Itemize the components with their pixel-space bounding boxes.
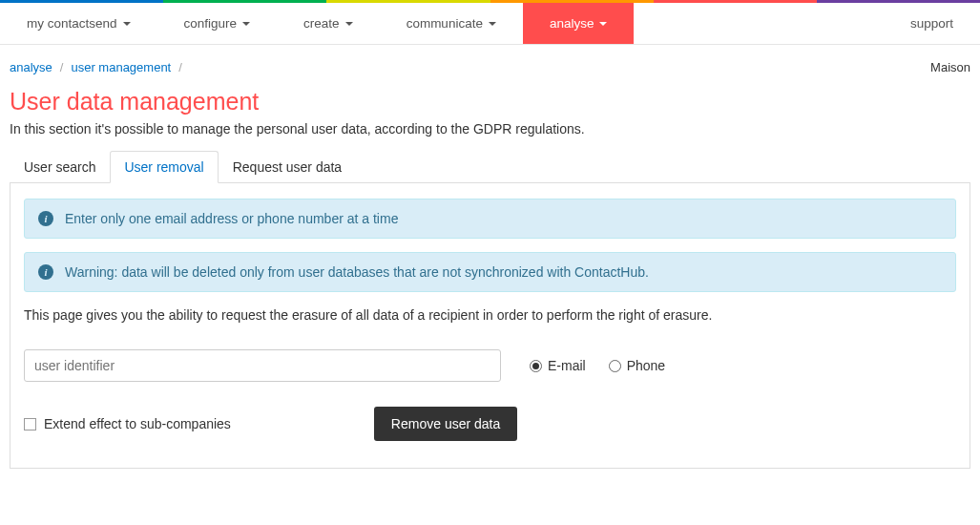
nav-label: analyse <box>550 16 594 31</box>
chevron-down-icon <box>345 22 353 26</box>
radio-phone[interactable]: Phone <box>609 358 665 373</box>
checkbox-label: Extend effect to sub-companies <box>44 416 231 431</box>
breadcrumb: analyse / user management / Maison <box>10 54 970 88</box>
nav-create[interactable]: create <box>277 3 380 44</box>
remove-user-data-button[interactable]: Remove user data <box>374 407 517 441</box>
chevron-down-icon <box>123 22 131 26</box>
chevron-down-icon <box>599 22 607 26</box>
tab-user-search[interactable]: User search <box>10 151 110 183</box>
user-identifier-input[interactable] <box>24 349 501 382</box>
breadcrumb-separator: / <box>178 60 182 74</box>
alert-text: Warning: data will be deleted only from … <box>65 264 649 280</box>
info-icon: i <box>38 211 53 226</box>
radio-label: E-mail <box>548 358 586 373</box>
tab-user-removal[interactable]: User removal <box>110 151 218 183</box>
radio-icon <box>530 360 542 372</box>
nav-my-contactsend[interactable]: my contactsend <box>0 3 157 44</box>
breadcrumb-separator: / <box>60 60 64 74</box>
page-subtitle: In this section it's possible to manage … <box>10 121 970 136</box>
tabs: User search User removal Request user da… <box>10 150 970 183</box>
nav-analyse[interactable]: analyse <box>523 3 635 44</box>
nav-communicate[interactable]: communicate <box>380 3 523 44</box>
nav-label: my contactsend <box>27 16 117 31</box>
top-navigation: my contactsend configure create communic… <box>0 3 980 45</box>
info-alert-1: i Enter only one email address or phone … <box>24 199 956 239</box>
info-alert-2: i Warning: data will be deleted only fro… <box>24 252 956 292</box>
alert-text: Enter only one email address or phone nu… <box>65 211 398 226</box>
checkbox-icon <box>24 418 36 430</box>
info-icon: i <box>38 264 53 280</box>
radio-email[interactable]: E-mail <box>530 358 586 373</box>
page-title: User data management <box>10 88 970 116</box>
breadcrumb-user-management[interactable]: user management <box>71 60 171 74</box>
breadcrumb-analyse[interactable]: analyse <box>10 60 52 74</box>
nav-label: configure <box>184 16 238 31</box>
chevron-down-icon <box>242 22 250 26</box>
tab-panel: i Enter only one email address or phone … <box>10 183 970 469</box>
radio-icon <box>609 360 621 372</box>
panel-description: This page gives you the ability to reque… <box>24 307 956 323</box>
chevron-down-icon <box>489 22 496 26</box>
tab-request-user-data[interactable]: Request user data <box>219 151 356 183</box>
company-label: Maison <box>930 60 970 74</box>
nav-label: communicate <box>407 16 483 31</box>
radio-label: Phone <box>627 358 665 373</box>
nav-label: support <box>910 16 953 31</box>
extend-subcompanies-checkbox[interactable]: Extend effect to sub-companies <box>24 416 231 431</box>
nav-configure[interactable]: configure <box>157 3 278 44</box>
nav-support[interactable]: support <box>884 3 980 44</box>
nav-label: create <box>303 16 340 31</box>
